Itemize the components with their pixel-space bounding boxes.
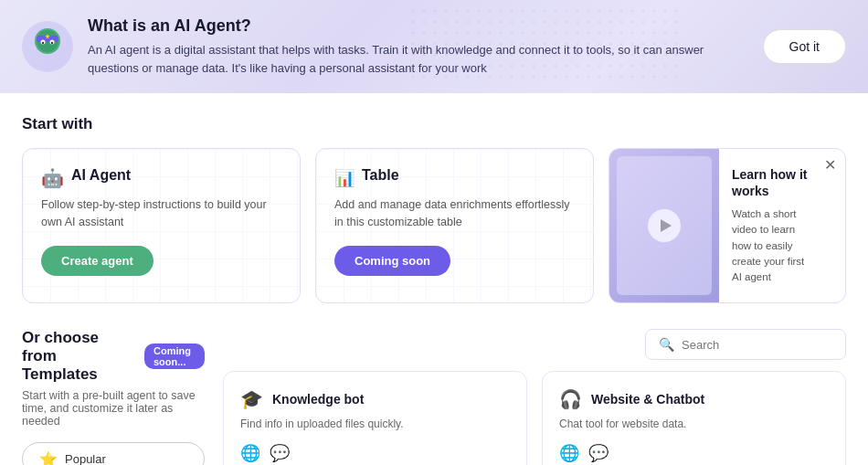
knowledge-bot-icon: 🎓	[240, 388, 263, 410]
learn-card-thumbnail	[609, 149, 719, 302]
banner-title: What is an AI Agent?	[88, 16, 748, 36]
table-coming-soon-button[interactable]: Coming soon	[334, 246, 450, 276]
banner-text-block: What is an AI Agent? An AI agent is a di…	[88, 16, 748, 77]
svg-point-9	[51, 42, 53, 44]
search-icon: 🔍	[659, 337, 674, 352]
ai-agent-card-title: AI Agent	[71, 167, 131, 184]
knowledge-bot-chat-icon[interactable]: 💬	[270, 443, 290, 463]
table-card-desc: Add and manage data enrichments effortle…	[334, 196, 575, 231]
create-agent-button[interactable]: Create agent	[41, 246, 153, 276]
knowledge-bot-card: 🎓 Knowledge bot Find info in uploaded fi…	[223, 371, 527, 465]
table-card-title: Table	[362, 167, 399, 184]
templates-right-panel: 🔍 🎓 Knowledge bot Find info in uploaded …	[223, 329, 846, 465]
start-with-title: Start with	[22, 115, 846, 133]
ai-agent-card-desc: Follow step-by-step instructions to buil…	[41, 196, 281, 231]
banner-description: An AI agent is a digital assistant that …	[88, 41, 727, 77]
knowledge-bot-header: 🎓 Knowledge bot	[240, 388, 510, 410]
templates-section-title: Or choose from Templates	[22, 329, 135, 384]
learn-card-title: Learn how it works	[732, 166, 812, 199]
website-chatbot-card: 🎧 Website & Chatbot Chat tool for websit…	[542, 371, 846, 465]
website-chatbot-chat-icon[interactable]: 💬	[588, 443, 609, 463]
search-input[interactable]	[682, 338, 832, 352]
website-chatbot-desc: Chat tool for website data.	[559, 417, 829, 430]
knowledge-bot-desc: Find info in uploaded files quickly.	[240, 417, 510, 430]
main-content: Start with 🤖 AI Agent Follow step-by-ste…	[0, 93, 868, 465]
website-chatbot-header: 🎧 Website & Chatbot	[559, 388, 829, 410]
ai-agent-card: 🤖 AI Agent Follow step-by-step instructi…	[22, 148, 301, 303]
learn-card-description: Watch a short video to learn how to easi…	[732, 206, 812, 285]
knowledge-bot-globe-icon[interactable]: 🌐	[240, 443, 260, 463]
learn-card-close-button[interactable]: ✕	[824, 156, 836, 174]
start-cards-row: 🤖 AI Agent Follow step-by-step instructi…	[22, 148, 846, 303]
templates-section: Or choose from Templates Coming soon... …	[22, 329, 846, 465]
avatar	[22, 21, 73, 72]
templates-left-panel: Or choose from Templates Coming soon... …	[22, 329, 205, 465]
learn-card-content: Learn how it works Watch a short video t…	[609, 149, 845, 302]
coming-soon-badge: Coming soon...	[144, 343, 205, 369]
learn-card: ✕ Learn how it works Watch a short video…	[609, 148, 846, 303]
table-card: 📊 Table Add and manage data enrichments …	[315, 148, 594, 303]
website-chatbot-title: Website & Chatbot	[591, 392, 704, 407]
filter-popular-button[interactable]: ⭐ Popular	[22, 442, 205, 465]
svg-point-8	[42, 42, 44, 44]
ai-agent-icon: 🤖	[41, 167, 64, 189]
popular-filter-label: Popular	[65, 452, 106, 465]
template-cards-row: 🎓 Knowledge bot Find info in uploaded fi…	[223, 371, 846, 465]
knowledge-bot-title: Knowledge bot	[272, 392, 364, 407]
knowledge-bot-actions: 🌐 💬	[240, 443, 510, 463]
templates-subtitle: Start with a pre-built agent to save tim…	[22, 389, 205, 428]
search-box: 🔍	[645, 329, 846, 360]
website-chatbot-actions: 🌐 💬	[559, 443, 829, 463]
website-chatbot-globe-icon[interactable]: 🌐	[559, 443, 579, 463]
popular-filter-icon: ⭐	[39, 450, 58, 465]
info-banner: What is an AI Agent? An AI agent is a di…	[0, 0, 868, 93]
table-icon: 📊	[334, 168, 355, 188]
got-it-button[interactable]: Got it	[763, 29, 846, 64]
website-chatbot-icon: 🎧	[559, 388, 582, 410]
templates-header: Or choose from Templates Coming soon...	[22, 329, 205, 384]
